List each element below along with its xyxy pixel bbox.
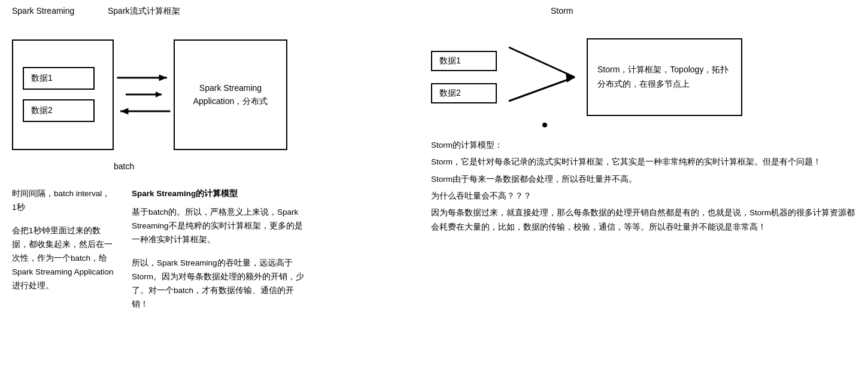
spark-time-text: 时间间隔，batch interval，1秒	[12, 187, 114, 215]
storm-text-line4: 因为每条数据过来，就直接处理，那么每条数据的处理开销自然都是有的，也就是说，St…	[431, 206, 856, 235]
storm-text-line2: Storm由于每来一条数据都会处理，所以吞吐量并不高。	[431, 172, 856, 187]
storm-text-area: Storm的计算模型： Storm，它是针对每条记录的流式实时计算框架，它其实是…	[431, 138, 856, 235]
storm-app-box: Storm，计算框架，Topology，拓扑分布式的，在很多节点上	[587, 38, 742, 116]
storm-text-line1: Storm，它是针对每条记录的流式实时计算框架，它其实是一种非常纯粹的实时计算框…	[431, 155, 856, 169]
left-col2: Spark Streaming的计算模型 基于batch的。所以，严格意义上来说…	[132, 187, 305, 321]
left-col1: 时间间隔，batch interval，1秒 会把1秒钟里面过来的数据，都收集起…	[12, 187, 114, 321]
spark-app-box: Spark Streaming Application，分布式	[174, 39, 287, 150]
svg-line-5	[509, 47, 575, 77]
spark-model-title: Spark Streaming的计算模型	[132, 187, 305, 201]
spark-label: Spark Streaming	[12, 6, 74, 16]
left-text-area: 时间间隔，batch interval，1秒 会把1秒钟里面过来的数据，都收集起…	[12, 187, 407, 321]
storm-data-box-1: 数据1	[431, 51, 497, 71]
left-section: Spark Streaming Spark流式计算框架 数据1 数据2	[12, 6, 407, 366]
spark-data-box-1: 数据1	[23, 67, 95, 90]
svg-marker-4	[120, 108, 128, 114]
right-section: Storm 数据1 数据2	[407, 6, 856, 366]
spark-data-box-2: 数据2	[23, 99, 95, 122]
spark-diagram: 数据1 数据2	[12, 35, 407, 154]
storm-text-line3: 为什么吞吐量会不高？？？	[431, 189, 856, 203]
spark-collect-text: 会把1秒钟里面过来的数据，都收集起来，然后在一次性，作为一个batch，给Spa…	[12, 224, 114, 293]
storm-data-boxes: 数据1 数据2	[431, 51, 503, 103]
spark-model-para2: 所以，Spark Streaming的吞吐量，远远高于Storm。因为对每条数据…	[132, 257, 305, 312]
batch-label: batch	[114, 161, 134, 171]
svg-point-9	[542, 123, 547, 127]
storm-arrows	[503, 23, 587, 131]
storm-diagram: 数据1 数据2 Storm，计算框架，Topology，拓扑分布式的	[431, 22, 856, 132]
spark-data-boxes: 数据1 数据2	[12, 39, 114, 150]
spark-model-para1: 基于batch的。所以，严格意义上来说，Spark Streaming不是纯粹的…	[132, 206, 305, 247]
svg-marker-2	[159, 74, 167, 81]
storm-label: Storm	[551, 6, 856, 16]
storm-data-box-2: 数据2	[431, 83, 497, 103]
spark-chinese-label: Spark流式计算框架	[108, 6, 180, 17]
spark-arrow	[114, 83, 174, 106]
svg-line-7	[509, 77, 575, 101]
storm-text-title: Storm的计算模型：	[431, 138, 856, 153]
